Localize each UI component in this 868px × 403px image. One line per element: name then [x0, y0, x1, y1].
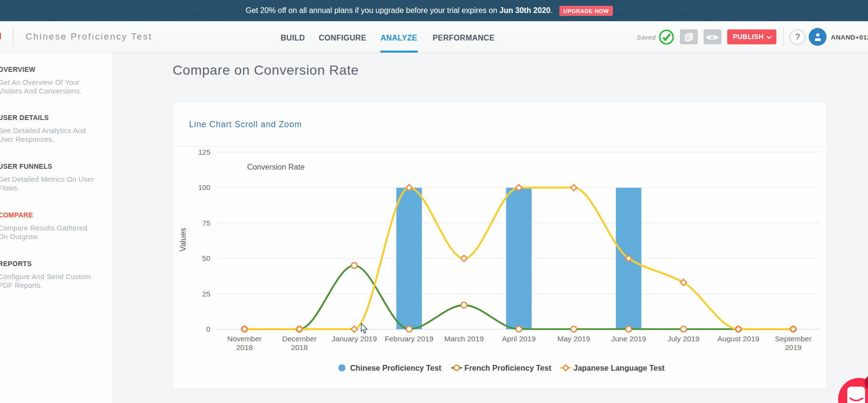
svg-text:50: 50	[202, 254, 210, 262]
svg-text:December: December	[282, 335, 317, 343]
svg-text:January 2019: January 2019	[332, 335, 377, 343]
svg-text:February 2019: February 2019	[385, 335, 434, 343]
svg-text:Japanese Language Test: Japanese Language Test	[573, 364, 665, 372]
svg-text:2018: 2018	[236, 343, 253, 351]
svg-text:July 2019: July 2019	[667, 335, 699, 343]
svg-text:June 2019: June 2019	[611, 335, 646, 343]
svg-text:May 2019: May 2019	[557, 335, 590, 343]
svg-text:25: 25	[202, 290, 210, 298]
svg-text:March 2019: March 2019	[444, 335, 484, 343]
svg-text:75: 75	[202, 219, 210, 227]
svg-text:Conversion Rate: Conversion Rate	[247, 163, 304, 171]
svg-text:November: November	[227, 335, 262, 343]
svg-text:0: 0	[206, 325, 210, 333]
svg-text:100: 100	[198, 183, 210, 191]
svg-text:Chinese Proficiency Test: Chinese Proficiency Test	[350, 364, 442, 372]
svg-text:Values: Values	[178, 228, 187, 251]
svg-text:August 2019: August 2019	[718, 335, 760, 343]
svg-text:2019: 2019	[785, 343, 801, 351]
svg-text:2018: 2018	[291, 343, 308, 351]
svg-text:April 2019: April 2019	[502, 335, 536, 343]
svg-text:125: 125	[198, 148, 210, 156]
svg-text:September: September	[775, 335, 812, 343]
svg-text:French Proficiency Test: French Proficiency Test	[464, 364, 552, 372]
